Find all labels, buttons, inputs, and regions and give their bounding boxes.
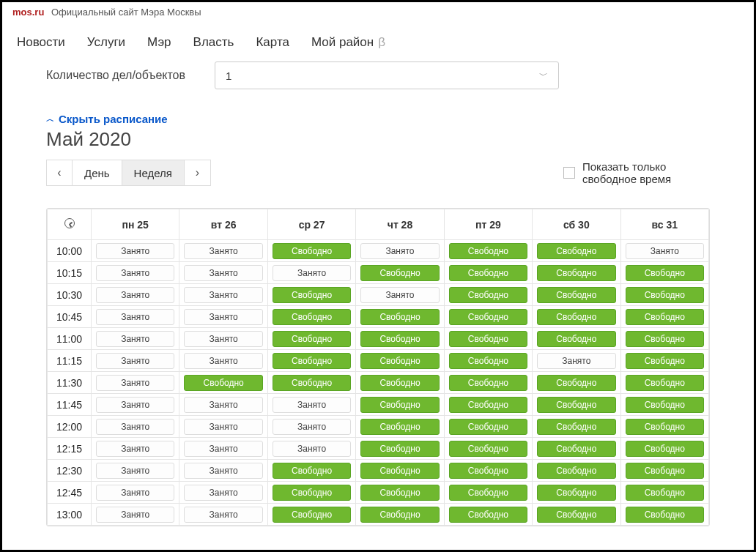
slot-free[interactable]: Свободно (626, 353, 704, 369)
slot-free[interactable]: Свободно (449, 397, 527, 413)
slot-free[interactable]: Свободно (360, 265, 439, 281)
slot-free[interactable]: Свободно (626, 375, 704, 391)
nav-map[interactable]: Карта (256, 35, 289, 50)
slot-busy[interactable]: Занято (360, 243, 439, 259)
slot-free[interactable]: Свободно (626, 287, 704, 303)
slot-free[interactable]: Свободно (273, 243, 351, 259)
slot-free[interactable]: Свободно (449, 485, 527, 501)
slot-busy[interactable]: Занято (96, 265, 174, 281)
slot-busy[interactable]: Занято (96, 485, 174, 501)
nav-authority[interactable]: Власть (193, 35, 234, 50)
slot-busy[interactable]: Занято (96, 243, 174, 259)
slot-free[interactable]: Свободно (537, 485, 615, 501)
slot-free[interactable]: Свободно (360, 419, 439, 435)
slot-free[interactable]: Свободно (360, 485, 439, 501)
slot-busy[interactable]: Занято (184, 485, 262, 501)
slot-busy[interactable]: Занято (96, 287, 174, 303)
slot-free[interactable]: Свободно (273, 507, 351, 523)
slot-free[interactable]: Свободно (449, 287, 527, 303)
slot-free[interactable]: Свободно (626, 331, 704, 347)
slot-free[interactable]: Свободно (360, 463, 439, 479)
slot-free[interactable]: Свободно (273, 309, 351, 325)
slot-busy[interactable]: Занято (96, 419, 174, 435)
slot-busy[interactable]: Занято (184, 309, 262, 325)
week-button[interactable]: Неделя (122, 160, 185, 186)
slot-busy[interactable]: Занято (96, 507, 174, 523)
slot-free[interactable]: Свободно (360, 441, 439, 457)
next-button[interactable]: › (185, 160, 211, 186)
slot-busy[interactable]: Занято (96, 463, 174, 479)
slot-busy[interactable]: Занято (96, 309, 174, 325)
slot-free[interactable]: Свободно (360, 507, 439, 523)
slot-busy[interactable]: Занято (537, 353, 615, 369)
brand[interactable]: mos.ru (12, 7, 44, 18)
slot-free[interactable]: Свободно (537, 309, 615, 325)
slot-free[interactable]: Свободно (360, 331, 439, 347)
slot-free[interactable]: Свободно (537, 441, 615, 457)
slot-busy[interactable]: Занято (273, 419, 351, 435)
slot-free[interactable]: Свободно (626, 309, 704, 325)
slot-free[interactable]: Свободно (273, 463, 351, 479)
slot-free[interactable]: Свободно (626, 463, 704, 479)
slot-free[interactable]: Свободно (360, 397, 439, 413)
day-button[interactable]: День (73, 160, 122, 186)
slot-free[interactable]: Свободно (537, 419, 615, 435)
slot-free[interactable]: Свободно (273, 375, 351, 391)
slot-busy[interactable]: Занято (626, 243, 704, 259)
slot-free[interactable]: Свободно (537, 463, 615, 479)
slot-free[interactable]: Свободно (449, 331, 527, 347)
nav-mayor[interactable]: Мэр (147, 35, 171, 50)
slot-busy[interactable]: Занято (273, 441, 351, 457)
slot-free[interactable]: Свободно (273, 331, 351, 347)
slot-free[interactable]: Свободно (449, 441, 527, 457)
slot-free[interactable]: Свободно (537, 243, 615, 259)
slot-busy[interactable]: Занято (360, 287, 439, 303)
slot-busy[interactable]: Занято (273, 265, 351, 281)
prev-button[interactable]: ‹ (46, 160, 73, 186)
slot-free[interactable]: Свободно (626, 507, 704, 523)
slot-busy[interactable]: Занято (96, 331, 174, 347)
slot-free[interactable]: Свободно (360, 309, 439, 325)
slot-free[interactable]: Свободно (449, 309, 527, 325)
slot-busy[interactable]: Занято (184, 507, 262, 523)
slot-free[interactable]: Свободно (273, 287, 351, 303)
slot-busy[interactable]: Занято (184, 419, 262, 435)
slot-free[interactable]: Свободно (449, 419, 527, 435)
slot-busy[interactable]: Занято (96, 397, 174, 413)
slot-busy[interactable]: Занято (273, 397, 351, 413)
slot-free[interactable]: Свободно (537, 507, 615, 523)
slot-busy[interactable]: Занято (184, 243, 262, 259)
slot-busy[interactable]: Занято (96, 353, 174, 369)
slot-free[interactable]: Свободно (537, 287, 615, 303)
slot-free[interactable]: Свободно (273, 353, 351, 369)
slot-free[interactable]: Свободно (537, 265, 615, 281)
slot-free[interactable]: Свободно (537, 397, 615, 413)
slot-busy[interactable]: Занято (184, 397, 262, 413)
slot-busy[interactable]: Занято (96, 441, 174, 457)
slot-free[interactable]: Свободно (449, 353, 527, 369)
slot-busy[interactable]: Занято (184, 463, 262, 479)
slot-busy[interactable]: Занято (184, 441, 262, 457)
toggle-schedule[interactable]: ︿ Скрыть расписание (46, 113, 168, 125)
slot-free[interactable]: Свободно (449, 243, 527, 259)
slot-free[interactable]: Свободно (184, 375, 262, 391)
slot-free[interactable]: Свободно (626, 485, 704, 501)
slot-free[interactable]: Свободно (449, 463, 527, 479)
slot-busy[interactable]: Занято (184, 331, 262, 347)
nav-news[interactable]: Новости (17, 35, 65, 50)
slot-free[interactable]: Свободно (626, 397, 704, 413)
slot-free[interactable]: Свободно (626, 441, 704, 457)
slot-free[interactable]: Свободно (360, 375, 439, 391)
nav-services[interactable]: Услуги (87, 35, 125, 50)
slot-busy[interactable]: Занято (184, 353, 262, 369)
slot-busy[interactable]: Занято (184, 265, 262, 281)
slot-busy[interactable]: Занято (96, 375, 174, 391)
slot-free[interactable]: Свободно (449, 507, 527, 523)
show-free-toggle[interactable]: Показать только свободное время (563, 160, 710, 185)
slot-free[interactable]: Свободно (626, 265, 704, 281)
slot-free[interactable]: Свободно (537, 375, 615, 391)
nav-district[interactable]: Мой район (311, 35, 374, 50)
slot-free[interactable]: Свободно (273, 485, 351, 501)
slot-free[interactable]: Свободно (537, 331, 615, 347)
slot-busy[interactable]: Занято (184, 287, 262, 303)
